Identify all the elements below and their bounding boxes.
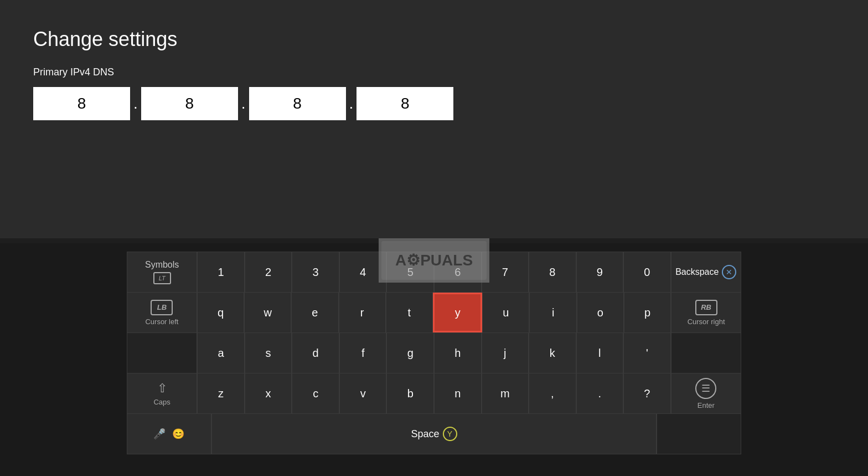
cursor-right-label: Cursor right <box>688 318 725 326</box>
cursor-left-label: Cursor left <box>145 318 178 326</box>
key-2[interactable]: 2 <box>245 252 292 292</box>
key-period[interactable]: . <box>576 373 624 413</box>
symbols-text: Symbols <box>145 260 179 270</box>
top-area: Change settings Primary IPv4 DNS 8 . 8 .… <box>0 0 868 238</box>
key-question[interactable]: ? <box>623 373 671 413</box>
space-y-icon: Y <box>443 427 457 441</box>
mic-emoji-row: 🎤 😊 <box>153 428 184 440</box>
key-k[interactable]: k <box>529 333 576 373</box>
key-t[interactable]: t <box>386 293 433 332</box>
dns-separator-3: . <box>346 87 357 120</box>
lb-icon: LB <box>151 300 173 315</box>
symbols-key[interactable]: Symbols LT <box>127 252 197 292</box>
key-z[interactable]: z <box>197 373 245 413</box>
key-s[interactable]: s <box>245 333 292 373</box>
dns-octet-4[interactable]: 8 <box>356 87 453 120</box>
keyboard-row-2: LB Cursor left q w e r t y u i o p RB Cu… <box>127 292 741 332</box>
key-3[interactable]: 3 <box>292 252 339 292</box>
key-b[interactable]: b <box>386 373 434 413</box>
key-q[interactable]: q <box>197 293 244 332</box>
key-m[interactable]: m <box>482 373 529 413</box>
caps-label: Caps <box>153 398 170 406</box>
key-l[interactable]: l <box>576 333 624 373</box>
keyboard-row-3: a s d f g h j k l ' <box>127 332 741 373</box>
watermark: A⚙PUALS <box>379 238 489 283</box>
space-label: Space <box>411 428 439 440</box>
keyboard-row-5: 🎤 😊 Space Y <box>127 413 741 454</box>
key-o[interactable]: o <box>577 293 624 332</box>
key-apostrophe[interactable]: ' <box>623 333 671 373</box>
key-j[interactable]: j <box>482 333 529 373</box>
key-p[interactable]: p <box>624 293 671 332</box>
cursor-right-key[interactable]: RB Cursor right <box>671 293 741 332</box>
key-c[interactable]: c <box>292 373 339 413</box>
key-r[interactable]: r <box>339 293 386 332</box>
key-comma[interactable]: , <box>529 373 576 413</box>
enter-label: Enter <box>698 401 715 410</box>
key-e[interactable]: e <box>291 293 338 332</box>
key-i[interactable]: i <box>529 293 576 332</box>
dns-octet-3[interactable]: 8 <box>249 87 346 120</box>
rb-icon: RB <box>695 300 717 315</box>
enter-key[interactable]: ☰ Enter <box>671 373 741 413</box>
row3-spacer-left <box>127 333 197 373</box>
dns-separator-2: . <box>238 87 249 120</box>
dns-octet-1[interactable]: 8 <box>33 87 130 120</box>
row5-spacer-right <box>657 414 741 454</box>
key-n[interactable]: n <box>434 373 482 413</box>
symbols-icon: LT <box>153 272 171 284</box>
key-a[interactable]: a <box>197 333 245 373</box>
backspace-key[interactable]: Backspace ✕ <box>671 252 741 292</box>
dns-label: Primary IPv4 DNS <box>33 66 835 78</box>
cursor-left-key[interactable]: LB Cursor left <box>127 293 197 332</box>
key-x[interactable]: x <box>245 373 292 413</box>
page-title: Change settings <box>33 28 835 51</box>
caps-key[interactable]: ⇧ Caps <box>127 373 197 413</box>
key-0[interactable]: 0 <box>623 252 671 292</box>
key-8[interactable]: 8 <box>529 252 576 292</box>
dns-fields: 8 . 8 . 8 . 8 <box>33 87 835 120</box>
space-key[interactable]: Space Y <box>211 414 657 454</box>
key-9[interactable]: 9 <box>576 252 624 292</box>
caps-icon: ⇧ <box>157 381 167 396</box>
key-u[interactable]: u <box>482 293 529 332</box>
key-y[interactable]: y <box>433 293 482 332</box>
mic-icon: 🎤 <box>153 428 166 440</box>
key-w[interactable]: w <box>244 293 291 332</box>
dns-separator-1: . <box>130 87 141 120</box>
enter-icon: ☰ <box>695 378 716 399</box>
svg-text:A⚙PUALS: A⚙PUALS <box>395 252 473 269</box>
key-1[interactable]: 1 <box>197 252 245 292</box>
key-v[interactable]: v <box>339 373 387 413</box>
keyboard-row-4: ⇧ Caps z x c v b n m , . ? ☰ Enter <box>127 373 741 413</box>
dns-octet-2[interactable]: 8 <box>141 87 238 120</box>
mic-emoji-key[interactable]: 🎤 😊 <box>127 414 211 454</box>
key-h[interactable]: h <box>434 333 482 373</box>
key-g[interactable]: g <box>386 333 434 373</box>
row3-spacer-right <box>671 333 741 373</box>
emoji-icon: 😊 <box>172 428 184 440</box>
key-d[interactable]: d <box>292 333 339 373</box>
backspace-icon: ✕ <box>722 265 736 279</box>
key-f[interactable]: f <box>339 333 387 373</box>
backspace-label: Backspace <box>675 267 719 277</box>
